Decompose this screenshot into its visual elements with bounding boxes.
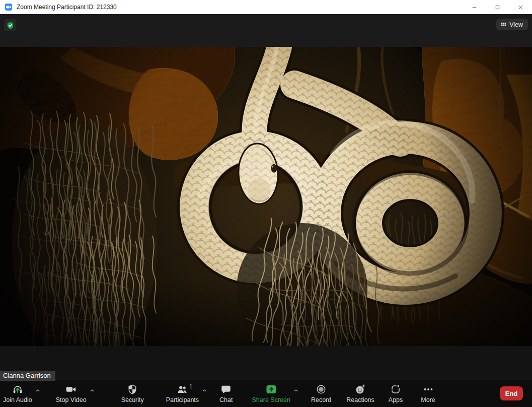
chevron-up-icon bbox=[293, 387, 299, 393]
more-dots-icon bbox=[423, 384, 434, 395]
view-button-label: View bbox=[509, 21, 523, 28]
participants-count-badge: 1 bbox=[189, 383, 192, 389]
toolbar-item-record[interactable]: Record bbox=[311, 380, 331, 403]
toolbar-item-label: Chat bbox=[219, 396, 233, 403]
share-screen-icon bbox=[266, 384, 277, 395]
reactions-icon bbox=[355, 384, 366, 395]
toolbar-item-label: Apps bbox=[389, 396, 403, 403]
window-controls bbox=[463, 0, 532, 14]
end-meeting-button[interactable]: End bbox=[500, 386, 523, 400]
minimize-icon bbox=[471, 4, 478, 11]
video-camera-icon bbox=[65, 384, 77, 395]
toolbar-item-label: Security bbox=[121, 396, 144, 403]
toolbar-item-label: Reactions bbox=[346, 396, 374, 403]
toolbar-item-label: Record bbox=[311, 396, 331, 403]
maximize-icon bbox=[494, 4, 501, 11]
window-title: Zoom Meeting Participant ID: 212330 bbox=[17, 4, 117, 11]
meeting-area: View bbox=[0, 14, 532, 407]
grid-view-icon bbox=[500, 21, 507, 28]
toolbar-item-label: Join Audio bbox=[3, 396, 32, 403]
record-icon bbox=[316, 384, 327, 395]
maximize-button[interactable] bbox=[486, 0, 509, 14]
toolbar-item-label: More bbox=[421, 396, 435, 403]
zoom-meeting-window: Zoom Meeting Participant ID: 212330 View bbox=[0, 0, 532, 407]
toolbar-item-reactions[interactable]: Reactions bbox=[346, 380, 374, 403]
titlebar: Zoom Meeting Participant ID: 212330 bbox=[0, 0, 532, 14]
close-button[interactable] bbox=[509, 0, 532, 14]
chevron-up-icon bbox=[89, 387, 95, 393]
toolbar-item-stop-video[interactable]: Stop Video bbox=[56, 380, 87, 403]
chat-bubble-icon bbox=[220, 384, 232, 395]
apps-icon bbox=[390, 384, 401, 395]
toolbar-item-label: Stop Video bbox=[56, 396, 87, 403]
toolbar-item-label: Share Screen bbox=[252, 396, 290, 403]
toolbar-item-label: Participants bbox=[166, 396, 199, 403]
stop-video-options-chevron[interactable] bbox=[89, 387, 95, 395]
toolbar-item-participants[interactable]: 1 Participants bbox=[166, 380, 199, 403]
chevron-up-icon bbox=[201, 387, 207, 393]
view-button[interactable]: View bbox=[496, 19, 528, 30]
share-screen-options-chevron[interactable] bbox=[293, 387, 299, 395]
toolbar-item-share-screen[interactable]: Share Screen bbox=[252, 380, 290, 403]
zoom-logo-icon bbox=[5, 3, 13, 11]
toolbar-item-apps[interactable]: Apps bbox=[389, 380, 403, 403]
participants-options-chevron[interactable] bbox=[201, 387, 207, 395]
chevron-up-icon bbox=[35, 387, 41, 393]
minimize-button[interactable] bbox=[463, 0, 486, 14]
toolbar-items: Join Audio Stop Video Security bbox=[0, 380, 435, 407]
participant-video bbox=[0, 47, 532, 346]
join-audio-options-chevron[interactable] bbox=[35, 387, 41, 395]
shield-check-icon bbox=[6, 21, 15, 30]
shield-icon bbox=[127, 384, 138, 395]
participant-name-label: Cianna Garrison bbox=[0, 371, 55, 381]
toolbar-item-chat[interactable]: Chat bbox=[219, 380, 233, 403]
toolbar-item-join-audio[interactable]: Join Audio bbox=[3, 380, 32, 403]
toolbar-item-security[interactable]: Security bbox=[121, 380, 144, 403]
meeting-toolbar: Join Audio Stop Video Security bbox=[0, 380, 532, 407]
encryption-badge-button[interactable] bbox=[4, 19, 16, 31]
snake-scene-image bbox=[0, 47, 532, 346]
toolbar-item-more[interactable]: More bbox=[421, 380, 435, 403]
close-icon bbox=[517, 4, 524, 11]
meeting-topbar: View bbox=[0, 14, 532, 47]
headphones-icon bbox=[12, 384, 23, 395]
participants-icon: 1 bbox=[177, 384, 188, 395]
